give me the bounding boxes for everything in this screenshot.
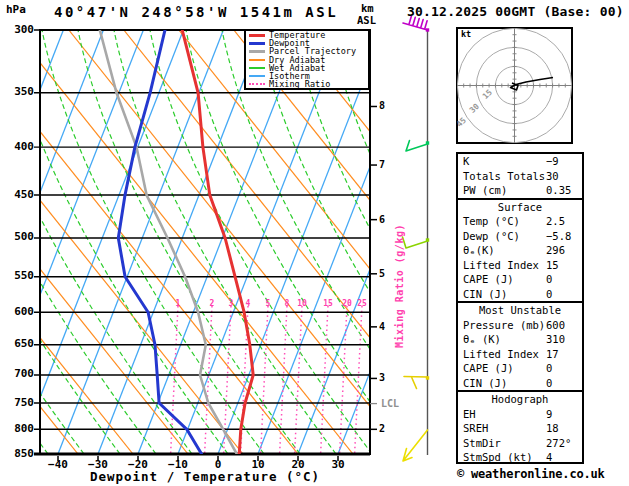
index-value: 18 <box>546 421 559 436</box>
index-value: 0 <box>546 376 552 391</box>
table-section-header: Surface <box>458 200 582 215</box>
index-row: SREH18 <box>458 421 582 436</box>
index-value: −5.8 <box>546 229 571 244</box>
legend-line-sample <box>249 67 265 69</box>
index-value: −9 <box>546 154 559 169</box>
legend-line-sample <box>249 34 265 37</box>
pressure-tick-label: 550 <box>8 270 34 282</box>
legend-line-sample <box>249 50 265 53</box>
pressure-tick-label: 500 <box>8 231 34 243</box>
wet-adiabat-line <box>186 30 408 454</box>
index-label: CIN (J) <box>463 288 507 300</box>
hodograph-unit-label: kt <box>461 30 471 39</box>
table-section: Most UnstablePressure (mb)600θₑ (K)310Li… <box>458 301 582 390</box>
wet-adiabat-line <box>78 30 300 454</box>
index-row: θₑ (K)310 <box>458 332 582 347</box>
temp-tick-label: 10 <box>251 459 264 471</box>
index-row: K−9 <box>458 154 582 169</box>
pressure-tick-label: 800 <box>8 423 34 435</box>
km-tick-label: 3 <box>379 372 385 383</box>
index-label: K <box>463 155 469 167</box>
temp-tick-label: −40 <box>48 459 68 471</box>
km-tick-label: 5 <box>379 268 385 279</box>
index-row: Temp (°C)2.5 <box>458 214 582 229</box>
pressure-tick-label: 600 <box>8 306 34 318</box>
pressure-tick-label: 850 <box>8 448 34 460</box>
isotherm-line <box>138 30 303 454</box>
table-section: K−9Totals Totals30PW (cm)0.35 <box>458 154 582 198</box>
mixing-ratio-line <box>295 306 302 454</box>
altitude-unit-asl-label: ASL <box>357 15 376 27</box>
index-value: 17 <box>546 347 559 362</box>
index-value: 600 <box>546 318 565 333</box>
indices-table: K−9Totals Totals30PW (cm)0.35SurfaceTemp… <box>456 152 584 464</box>
legend-box: TemperatureDewpointParcel TrajectoryDry … <box>244 29 370 90</box>
index-row: StmSpd (kt)4 <box>458 450 582 465</box>
index-value: 296 <box>546 243 565 258</box>
km-tick-label: 6 <box>379 214 385 225</box>
mixing-ratio-value-label: 4 <box>246 300 251 309</box>
temp-tick-label: 30 <box>331 459 344 471</box>
pressure-tick-label: 300 <box>8 24 34 36</box>
temp-tick-label: 0 <box>215 459 222 471</box>
index-label: Temp (°C) <box>463 215 520 227</box>
index-label: CAPE (J) <box>463 362 514 374</box>
mixing-ratio-axis-label: Mixing Ratio (g/kg) <box>394 224 405 348</box>
pressure-tick-label: 450 <box>8 189 34 201</box>
index-label: EH <box>463 408 476 420</box>
index-label: θₑ(K) <box>463 244 495 256</box>
wind-barb <box>403 430 428 461</box>
km-tick-label: 2 <box>379 423 385 434</box>
dry-adiabat-line <box>14 30 353 454</box>
pressure-unit-label: hPa <box>6 4 26 16</box>
index-row: PW (cm)0.35 <box>458 183 582 198</box>
index-value: 310 <box>546 332 565 347</box>
temp-tick-label: −10 <box>168 459 188 471</box>
km-tick-label: 8 <box>379 100 385 111</box>
index-label: θₑ (K) <box>463 333 501 345</box>
x-axis-label: Dewpoint / Temperature (°C) <box>90 470 320 484</box>
pressure-tick-label: 650 <box>8 338 34 350</box>
index-label: StmSpd (kt) <box>463 451 533 463</box>
index-row: Pressure (mb)600 <box>458 318 582 333</box>
index-label: SREH <box>463 422 488 434</box>
legend-line-sample <box>249 59 265 61</box>
index-row: CIN (J)0 <box>458 376 582 391</box>
legend-line-sample <box>249 42 265 45</box>
table-section-header: Most Unstable <box>458 303 582 318</box>
index-value: 0 <box>546 287 552 302</box>
table-section: HodographEH9SREH18StmDir272°StmSpd (kt)4 <box>458 390 582 465</box>
isotherm-line <box>218 30 383 454</box>
index-row: θₑ(K)296 <box>458 243 582 258</box>
index-row: CAPE (J)0 <box>458 361 582 376</box>
index-row: CAPE (J)0 <box>458 272 582 287</box>
index-row: StmDir272° <box>458 436 582 451</box>
index-row: Totals Totals30 <box>458 169 582 184</box>
index-label: Dewp (°C) <box>463 230 520 242</box>
pressure-tick-label: 700 <box>8 368 34 380</box>
index-value: 4 <box>546 450 552 465</box>
mixing-ratio-value-label: 20 <box>342 300 352 309</box>
wind-barb <box>403 237 428 248</box>
isotherm-line <box>298 30 463 454</box>
mixing-ratio-value-label: 2 <box>210 300 215 309</box>
mixing-ratio-value-label: 15 <box>323 300 333 309</box>
mixing-ratio-value-label: 8 <box>285 300 290 309</box>
pressure-tick-label: 750 <box>8 397 34 409</box>
index-value: 2.5 <box>546 214 565 229</box>
index-value: 15 <box>546 258 559 273</box>
altitude-unit-km-label: km <box>361 3 374 15</box>
index-value: 30 <box>546 169 559 184</box>
index-label: PW (cm) <box>463 184 507 196</box>
legend-item: Mixing Ratio <box>249 80 368 88</box>
mixing-ratio-value-label: 5 <box>266 300 271 309</box>
index-label: CIN (J) <box>463 377 507 389</box>
legend-line-sample <box>249 75 265 77</box>
mixing-ratio-line <box>340 306 347 454</box>
station-title: 40°47'N 248°58'W 1541m ASL <box>54 5 338 20</box>
temp-tick-label: −30 <box>88 459 108 471</box>
hodograph <box>457 28 572 143</box>
mixing-ratio-value-label: 10 <box>297 300 307 309</box>
temp-tick-label: −20 <box>128 459 148 471</box>
index-label: Pressure (mb) <box>463 319 545 331</box>
